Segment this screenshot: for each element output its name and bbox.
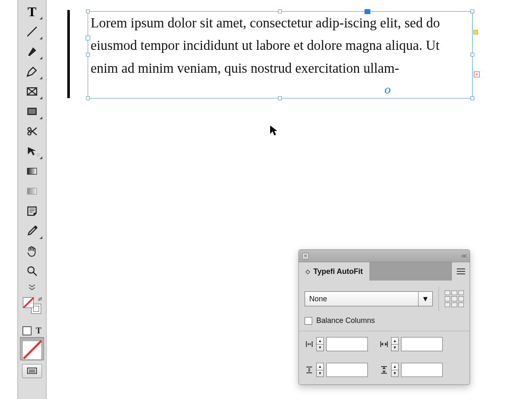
apply-to-container[interactable]	[22, 326, 32, 335]
anchor-reference-grid[interactable]	[445, 291, 464, 307]
text-frame-content[interactable]: Lorem ipsum dolor sit amet, consectetur …	[88, 12, 472, 79]
min-height-field: ▲▼	[305, 363, 368, 377]
svg-line-18	[34, 273, 37, 276]
scissors-tool[interactable]	[20, 122, 44, 141]
selection-handle[interactable]	[86, 10, 90, 13]
panel-titlebar[interactable]: × <<	[299, 250, 470, 262]
panel-menu-button[interactable]	[451, 262, 470, 281]
autofit-origin-marker: o	[384, 82, 391, 96]
max-width-icon	[379, 340, 389, 349]
fill-stroke-swatch[interactable]: ⇄	[20, 294, 44, 317]
min-height-input[interactable]	[326, 363, 368, 377]
collapse-icon[interactable]: <<	[461, 253, 466, 259]
free-transform-tool[interactable]	[20, 142, 44, 161]
max-height-field: ▲▼	[379, 363, 443, 377]
pen-tool[interactable]	[20, 42, 44, 61]
typefi-autofit-panel: × << ◇ Typefi AutoFit None ▼ Balance Col…	[298, 249, 470, 385]
apply-to-row: T	[22, 326, 41, 335]
autofit-preset-select[interactable]: None ▼	[305, 291, 433, 306]
rectangle-tool[interactable]	[20, 102, 44, 121]
tab-typefi-autofit[interactable]: ◇ Typefi AutoFit	[299, 262, 370, 281]
mouse-cursor-icon	[269, 125, 278, 139]
svg-rect-5	[28, 108, 36, 115]
tools-panel: T ⇄	[17, 0, 47, 399]
svg-point-1	[27, 55, 29, 57]
tab-expand-icon: ◇	[305, 268, 310, 275]
apply-none-swatch[interactable]	[20, 337, 44, 360]
chevron-down-icon: ▼	[418, 292, 432, 306]
type-tool[interactable]: T	[20, 2, 44, 21]
min-width-input[interactable]	[326, 337, 368, 351]
autofit-preset-value: None	[305, 292, 418, 306]
selection-handle[interactable]	[278, 10, 282, 13]
max-width-input[interactable]	[401, 337, 443, 351]
text-frame[interactable]: Lorem ipsum dolor sit amet, consectetur …	[88, 12, 472, 98]
svg-point-17	[28, 267, 34, 273]
balance-columns-label: Balance Columns	[316, 316, 375, 325]
max-width-spinner[interactable]: ▲▼	[391, 337, 399, 351]
close-icon[interactable]: ×	[302, 253, 309, 259]
panel-title: Typefi AutoFit	[313, 267, 363, 276]
selection-handle[interactable]	[86, 96, 90, 100]
panel-tab-strip: ◇ Typefi AutoFit	[299, 262, 470, 281]
autofit-relation-handle[interactable]	[365, 9, 370, 14]
line-tool[interactable]	[20, 22, 44, 41]
gradient-swatch-tool[interactable]	[20, 162, 44, 181]
min-width-icon	[305, 340, 314, 349]
apply-to-text[interactable]: T	[36, 326, 41, 335]
svg-rect-10	[37, 154, 39, 156]
svg-line-0	[27, 27, 37, 37]
balance-columns-checkbox[interactable]	[305, 317, 312, 325]
min-width-field: ▲▼	[305, 337, 368, 351]
svg-rect-11	[27, 168, 37, 175]
min-width-spinner[interactable]: ▲▼	[316, 337, 324, 351]
screen-mode-button[interactable]	[22, 364, 42, 378]
selection-handle[interactable]	[470, 53, 474, 57]
svg-rect-20	[29, 369, 35, 373]
selection-handle[interactable]	[470, 96, 474, 100]
pencil-tool[interactable]	[20, 62, 44, 81]
max-height-spinner[interactable]: ▲▼	[391, 363, 399, 377]
selection-handle[interactable]	[278, 96, 282, 100]
selection-handle[interactable]	[470, 10, 474, 13]
svg-rect-16	[34, 225, 37, 229]
eyedropper-tool[interactable]	[20, 222, 44, 241]
menu-icon	[457, 271, 465, 272]
text-in-port[interactable]	[86, 36, 90, 40]
hand-tool[interactable]	[20, 241, 44, 261]
none-swatch-icon	[23, 340, 42, 360]
note-tool[interactable]	[20, 202, 44, 221]
max-width-field: ▲▼	[379, 337, 443, 351]
overset-text-indicator[interactable]: +	[474, 71, 480, 77]
rectangle-frame-tool[interactable]	[20, 82, 44, 101]
gradient-feather-tool[interactable]	[20, 182, 44, 201]
live-corner-handle[interactable]	[473, 30, 478, 34]
svg-rect-12	[27, 188, 37, 195]
selection-handle[interactable]	[86, 53, 90, 57]
text-caret-indicator	[67, 10, 70, 98]
toolbar-expand[interactable]	[20, 281, 44, 293]
swap-fill-stroke-icon[interactable]: ⇄	[38, 296, 42, 302]
min-height-spinner[interactable]: ▲▼	[316, 363, 324, 377]
none-stroke-icon	[23, 297, 34, 308]
max-height-input[interactable]	[401, 363, 443, 377]
min-height-icon	[305, 365, 314, 374]
zoom-tool[interactable]	[20, 261, 44, 281]
max-height-icon	[379, 365, 389, 374]
